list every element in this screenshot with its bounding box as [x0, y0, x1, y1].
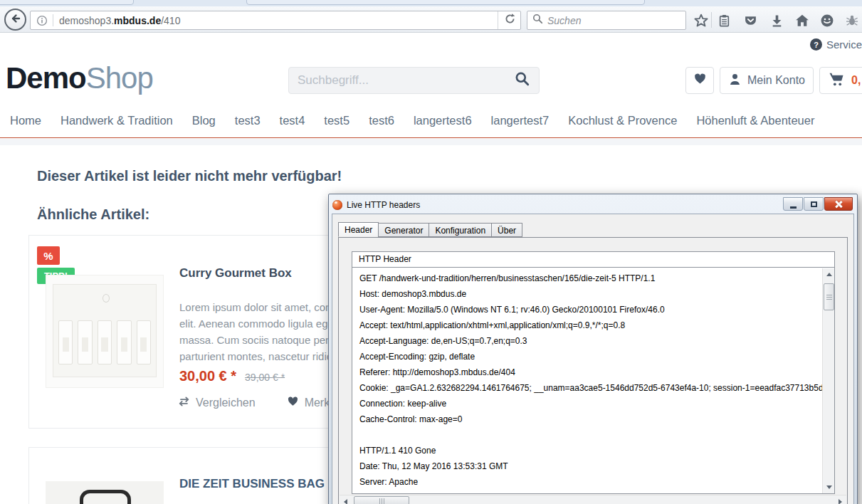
reload-button[interactable]	[498, 11, 520, 29]
site-info-icon[interactable]	[31, 15, 53, 26]
heart-icon	[287, 396, 299, 410]
scrollbar-thumb[interactable]	[824, 283, 834, 310]
http-line: Date: Thu, 12 May 2016 13:53:31 GMT	[352, 458, 834, 474]
close-icon	[835, 201, 842, 208]
http-line: Connection: keep-alive	[352, 396, 834, 411]
http-line: Accept-Language: de,en-US;q=0.7,en;q=0.3	[352, 333, 834, 349]
nav-item-test4[interactable]: test4	[280, 114, 305, 127]
scroll-down-button[interactable]	[823, 481, 834, 493]
home-icon[interactable]	[793, 12, 811, 29]
scroll-up-button[interactable]	[823, 268, 834, 280]
scroll-right-button[interactable]	[834, 495, 846, 504]
tab-generator[interactable]: Generator	[378, 223, 429, 237]
logo-bold: Demo	[6, 61, 86, 95]
http-line: Host: demoshop3.mbdus.de	[352, 286, 834, 302]
nav-item-test5[interactable]: test5	[324, 114, 349, 127]
toolbar-separator	[711, 12, 712, 28]
window-title: Live HTTP headers	[347, 200, 420, 210]
nav-item-hoehenluft[interactable]: Höhenluft & Abenteuer	[696, 114, 814, 127]
shop-search-input[interactable]	[298, 73, 515, 88]
nav-item-langertest7[interactable]: langertest7	[491, 114, 550, 127]
window-titlebar[interactable]: Live HTTP headers	[332, 198, 772, 212]
vertical-scrollbar[interactable]	[822, 268, 834, 493]
back-button[interactable]	[4, 9, 26, 31]
nav-shadow	[0, 139, 862, 145]
http-line: Cache-Control: max-age=0	[352, 411, 834, 427]
search-icon	[532, 14, 543, 27]
http-line: HTTP/1.1 410 Gone	[352, 443, 834, 458]
close-button[interactable]	[824, 197, 853, 211]
http-header-group: HTTP Header GET /handwerk-und-tradition/…	[352, 251, 835, 494]
url-text[interactable]: demoshop3.mbdus.de/410	[53, 15, 498, 26]
http-header-list[interactable]: GET /handwerk-und-tradition/herren/busin…	[352, 268, 834, 493]
nav-item-test6[interactable]: test6	[369, 114, 394, 127]
old-price: 39,00 € *	[245, 372, 285, 383]
back-icon	[9, 12, 22, 28]
nav-item-blog[interactable]: Blog	[192, 114, 216, 127]
scroll-left-button[interactable]	[340, 495, 352, 504]
http-line: Cookie: _ga=GA1.2.632682294.1461764675; …	[352, 380, 834, 396]
product-title[interactable]: Curry Gourmet Box	[179, 266, 292, 280]
product-title[interactable]: DIE ZEIT BUSINESS BAG	[179, 477, 325, 491]
bag-illustration	[80, 490, 131, 504]
shop-search[interactable]	[288, 67, 540, 94]
bug-extension-icon[interactable]	[843, 12, 861, 29]
live-http-headers-icon	[332, 200, 342, 210]
main-nav: Home Handwerk & Tradition Blog test3 tes…	[0, 104, 862, 138]
dialog-tabs: Header Generator Konfiguration Über	[338, 223, 522, 237]
horizontal-scrollbar[interactable]	[340, 495, 846, 504]
service-label: Service/	[826, 38, 862, 51]
cart-button[interactable]: 0,	[819, 67, 862, 94]
url-bar[interactable]: demoshop3.mbdus.de/410	[30, 11, 521, 30]
cart-value: 0,	[851, 74, 861, 87]
browser-tab[interactable]	[0, 0, 134, 5]
downloads-icon[interactable]	[767, 12, 786, 29]
browser-tab[interactable]	[246, 0, 645, 5]
help-icon: ?	[810, 38, 822, 51]
product-image[interactable]	[46, 481, 164, 504]
scrollbar-thumb[interactable]	[354, 496, 409, 504]
window-client-area: Header Generator Konfiguration Über HTTP…	[332, 214, 854, 504]
nav-item-langertest6[interactable]: langertest6	[414, 114, 472, 127]
tab-ueber[interactable]: Über	[491, 223, 522, 237]
price: 30,00 € *	[179, 368, 236, 384]
http-line: Accept-Encoding: gzip, deflate	[352, 349, 834, 364]
maximize-icon	[811, 201, 817, 207]
http-line: Expires: Thu, 19 Nov 1981 08:52:00 GMT	[352, 490, 834, 493]
pocket-icon[interactable]	[741, 12, 759, 29]
bookmark-star-icon[interactable]	[692, 12, 710, 29]
tab-konfiguration[interactable]: Konfiguration	[429, 223, 492, 237]
screen: demoshop3.mbdus.de/410 ? Service/	[0, 0, 862, 504]
minimize-icon	[790, 206, 797, 209]
maximize-button[interactable]	[804, 197, 824, 211]
heart-icon	[693, 73, 707, 88]
wishlist-button[interactable]	[685, 67, 714, 94]
feedback-smiley-icon[interactable]	[818, 12, 836, 29]
search-icon[interactable]	[515, 71, 530, 90]
window-controls	[783, 197, 853, 211]
browser-tabstrip	[0, 0, 862, 6]
logo-light: Shop	[86, 61, 153, 95]
tab-header[interactable]: Header	[338, 222, 379, 237]
compare-link[interactable]: Vergleichen	[178, 396, 256, 410]
account-label: Mein Konto	[747, 74, 805, 87]
shop-logo[interactable]: DemoShop	[6, 61, 153, 95]
service-link[interactable]: ? Service/	[810, 38, 862, 51]
browser-search[interactable]	[527, 11, 686, 30]
http-line: GET /handwerk-und-tradition/herren/busin…	[352, 271, 834, 286]
http-line	[352, 427, 834, 443]
nav-item-handwerk[interactable]: Handwerk & Tradition	[61, 114, 173, 127]
live-http-headers-window[interactable]: Live HTTP headers Header Generator Konfi…	[328, 194, 858, 504]
account-button[interactable]: Mein Konto	[720, 67, 814, 94]
browser-search-input[interactable]	[543, 11, 685, 29]
nav-item-test3[interactable]: test3	[235, 114, 261, 127]
nav-item-kochlust[interactable]: Kochlust & Provence	[568, 114, 677, 127]
tab-page: HTTP Header GET /handwerk-und-tradition/…	[338, 237, 848, 504]
bookmarks-menu-icon[interactable]	[715, 12, 733, 29]
nav-item-home[interactable]: Home	[10, 114, 41, 127]
product-image[interactable]	[46, 275, 164, 388]
minimize-button[interactable]	[783, 197, 803, 211]
gourmet-box-illustration	[53, 284, 157, 377]
similar-articles-heading: Ähnliche Artikel:	[37, 206, 149, 223]
http-line: Referer: http://demoshop3.mbdus.de/404	[352, 364, 834, 380]
